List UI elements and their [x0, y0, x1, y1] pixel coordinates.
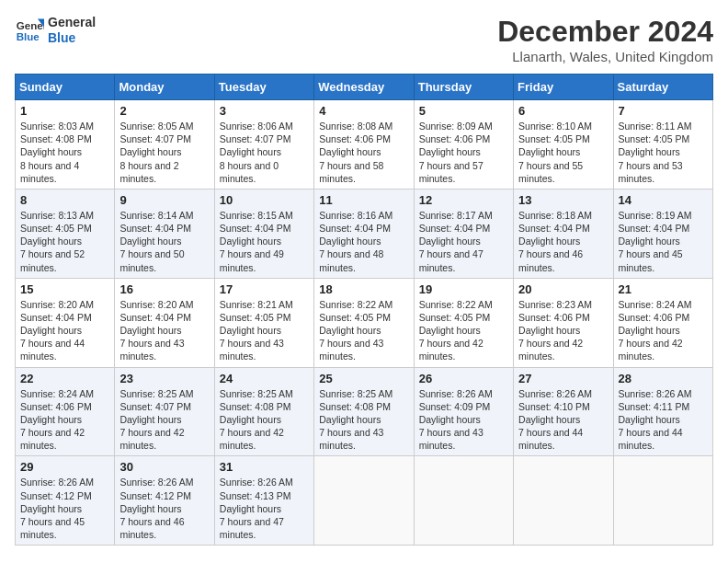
calendar-cell: 1Sunrise: 8:03 AMSunset: 4:08 PMDaylight…	[16, 100, 115, 190]
calendar-cell: 8Sunrise: 8:13 AMSunset: 4:05 PMDaylight…	[16, 189, 115, 278]
calendar-cell: 6Sunrise: 8:10 AMSunset: 4:05 PMDaylight…	[514, 100, 613, 190]
cell-content: Sunrise: 8:20 AMSunset: 4:04 PMDaylight …	[20, 298, 109, 363]
cell-content: Sunrise: 8:10 AMSunset: 4:05 PMDaylight …	[518, 120, 608, 185]
cell-content: Sunrise: 8:17 AMSunset: 4:04 PMDaylight …	[419, 209, 508, 274]
day-number: 4	[319, 104, 408, 118]
cell-content: Sunrise: 8:23 AMSunset: 4:06 PMDaylight …	[518, 298, 608, 363]
calendar-cell: 4Sunrise: 8:08 AMSunset: 4:06 PMDaylight…	[314, 100, 414, 190]
cell-content: Sunrise: 8:11 AMSunset: 4:05 PMDaylight …	[619, 120, 708, 185]
day-number: 25	[319, 372, 408, 385]
calendar-cell: 19Sunrise: 8:22 AMSunset: 4:05 PMDayligh…	[414, 278, 513, 367]
day-number: 13	[518, 193, 608, 207]
logo-icon: General Blue	[15, 16, 44, 45]
cell-content: Sunrise: 8:26 AMSunset: 4:12 PMDaylight …	[20, 476, 109, 541]
day-header-wednesday: Wednesday	[314, 75, 414, 100]
calendar-table: SundayMondayTuesdayWednesdayThursdayFrid…	[15, 74, 713, 546]
calendar-cell: 2Sunrise: 8:05 AMSunset: 4:07 PMDaylight…	[115, 100, 214, 190]
day-number: 31	[220, 460, 309, 474]
cell-content: Sunrise: 8:20 AMSunset: 4:04 PMDaylight …	[119, 298, 209, 363]
day-number: 14	[619, 193, 708, 207]
week-row-5: 29Sunrise: 8:26 AMSunset: 4:12 PMDayligh…	[16, 456, 713, 546]
cell-content: Sunrise: 8:16 AMSunset: 4:04 PMDaylight …	[319, 209, 408, 274]
cell-content: Sunrise: 8:26 AMSunset: 4:10 PMDaylight …	[518, 387, 608, 453]
day-number: 22	[20, 372, 109, 385]
day-number: 20	[518, 282, 608, 296]
day-number: 17	[220, 282, 309, 296]
calendar-cell: 14Sunrise: 8:19 AMSunset: 4:04 PMDayligh…	[613, 189, 712, 278]
week-row-4: 22Sunrise: 8:24 AMSunset: 4:06 PMDayligh…	[16, 367, 713, 456]
cell-content: Sunrise: 8:26 AMSunset: 4:13 PMDaylight …	[220, 476, 309, 541]
cell-content: Sunrise: 8:19 AMSunset: 4:04 PMDaylight …	[619, 209, 708, 274]
day-number: 8	[20, 193, 109, 207]
cell-content: Sunrise: 8:09 AMSunset: 4:06 PMDaylight …	[419, 120, 508, 185]
logo-general: General	[48, 15, 96, 30]
cell-content: Sunrise: 8:25 AMSunset: 4:07 PMDaylight …	[119, 387, 209, 453]
day-number: 28	[619, 372, 708, 385]
calendar-cell: 13Sunrise: 8:18 AMSunset: 4:04 PMDayligh…	[514, 189, 613, 278]
cell-content: Sunrise: 8:15 AMSunset: 4:04 PMDaylight …	[220, 209, 309, 274]
day-header-thursday: Thursday	[414, 75, 513, 100]
day-number: 12	[419, 193, 508, 207]
day-number: 19	[419, 282, 508, 296]
calendar-cell: 27Sunrise: 8:26 AMSunset: 4:10 PMDayligh…	[514, 367, 613, 456]
day-number: 3	[220, 104, 309, 118]
day-number: 18	[319, 282, 408, 296]
day-number: 7	[619, 104, 708, 118]
calendar-cell: 17Sunrise: 8:21 AMSunset: 4:05 PMDayligh…	[214, 278, 313, 367]
cell-content: Sunrise: 8:08 AMSunset: 4:06 PMDaylight …	[319, 120, 408, 185]
week-row-2: 8Sunrise: 8:13 AMSunset: 4:05 PMDaylight…	[16, 189, 713, 278]
title-area: December 2024 Llanarth, Wales, United Ki…	[497, 15, 713, 64]
cell-content: Sunrise: 8:06 AMSunset: 4:07 PMDaylight …	[220, 120, 309, 185]
day-number: 10	[220, 193, 309, 207]
calendar-cell: 26Sunrise: 8:26 AMSunset: 4:09 PMDayligh…	[414, 367, 513, 456]
calendar-cell: 24Sunrise: 8:25 AMSunset: 4:08 PMDayligh…	[214, 367, 313, 456]
calendar-cell: 21Sunrise: 8:24 AMSunset: 4:06 PMDayligh…	[613, 278, 712, 367]
calendar-cell: 28Sunrise: 8:26 AMSunset: 4:11 PMDayligh…	[613, 367, 712, 456]
day-header-friday: Friday	[514, 75, 613, 100]
location-subtitle: Llanarth, Wales, United Kingdom	[497, 49, 713, 64]
day-number: 27	[518, 372, 608, 385]
cell-content: Sunrise: 8:05 AMSunset: 4:07 PMDaylight …	[119, 120, 209, 185]
day-number: 1	[20, 104, 109, 118]
svg-text:General: General	[17, 20, 44, 31]
day-number: 6	[518, 104, 608, 118]
calendar-cell: 12Sunrise: 8:17 AMSunset: 4:04 PMDayligh…	[414, 189, 513, 278]
cell-content: Sunrise: 8:26 AMSunset: 4:09 PMDaylight …	[419, 387, 508, 453]
cell-content: Sunrise: 8:13 AMSunset: 4:05 PMDaylight …	[20, 209, 109, 274]
calendar-cell	[514, 456, 613, 546]
day-header-tuesday: Tuesday	[214, 75, 313, 100]
calendar-cell: 7Sunrise: 8:11 AMSunset: 4:05 PMDaylight…	[613, 100, 712, 190]
day-header-saturday: Saturday	[613, 75, 712, 100]
calendar-cell: 9Sunrise: 8:14 AMSunset: 4:04 PMDaylight…	[115, 189, 214, 278]
day-number: 24	[220, 372, 309, 385]
cell-content: Sunrise: 8:25 AMSunset: 4:08 PMDaylight …	[319, 387, 408, 453]
day-number: 23	[119, 372, 209, 385]
day-number: 26	[419, 372, 508, 385]
calendar-cell: 10Sunrise: 8:15 AMSunset: 4:04 PMDayligh…	[214, 189, 313, 278]
cell-content: Sunrise: 8:22 AMSunset: 4:05 PMDaylight …	[419, 298, 508, 363]
calendar-cell	[314, 456, 414, 546]
logo-blue: Blue	[48, 30, 96, 46]
day-number: 5	[419, 104, 508, 118]
day-header-monday: Monday	[115, 75, 214, 100]
cell-content: Sunrise: 8:22 AMSunset: 4:05 PMDaylight …	[319, 298, 408, 363]
month-title: December 2024	[497, 15, 713, 49]
calendar-cell	[414, 456, 513, 546]
cell-content: Sunrise: 8:24 AMSunset: 4:06 PMDaylight …	[20, 387, 109, 453]
calendar-cell: 25Sunrise: 8:25 AMSunset: 4:08 PMDayligh…	[314, 367, 414, 456]
cell-content: Sunrise: 8:25 AMSunset: 4:08 PMDaylight …	[220, 387, 309, 453]
logo: General Blue General Blue	[15, 15, 96, 46]
days-header-row: SundayMondayTuesdayWednesdayThursdayFrid…	[16, 75, 713, 100]
calendar-cell: 18Sunrise: 8:22 AMSunset: 4:05 PMDayligh…	[314, 278, 414, 367]
day-number: 11	[319, 193, 408, 207]
calendar-cell: 15Sunrise: 8:20 AMSunset: 4:04 PMDayligh…	[16, 278, 115, 367]
cell-content: Sunrise: 8:24 AMSunset: 4:06 PMDaylight …	[619, 298, 708, 363]
day-number: 21	[619, 282, 708, 296]
cell-content: Sunrise: 8:26 AMSunset: 4:12 PMDaylight …	[119, 476, 209, 541]
day-number: 2	[119, 104, 209, 118]
calendar-cell: 11Sunrise: 8:16 AMSunset: 4:04 PMDayligh…	[314, 189, 414, 278]
week-row-1: 1Sunrise: 8:03 AMSunset: 4:08 PMDaylight…	[16, 100, 713, 190]
page-header: General Blue General Blue December 2024 …	[15, 15, 713, 64]
day-number: 16	[119, 282, 209, 296]
day-number: 9	[119, 193, 209, 207]
